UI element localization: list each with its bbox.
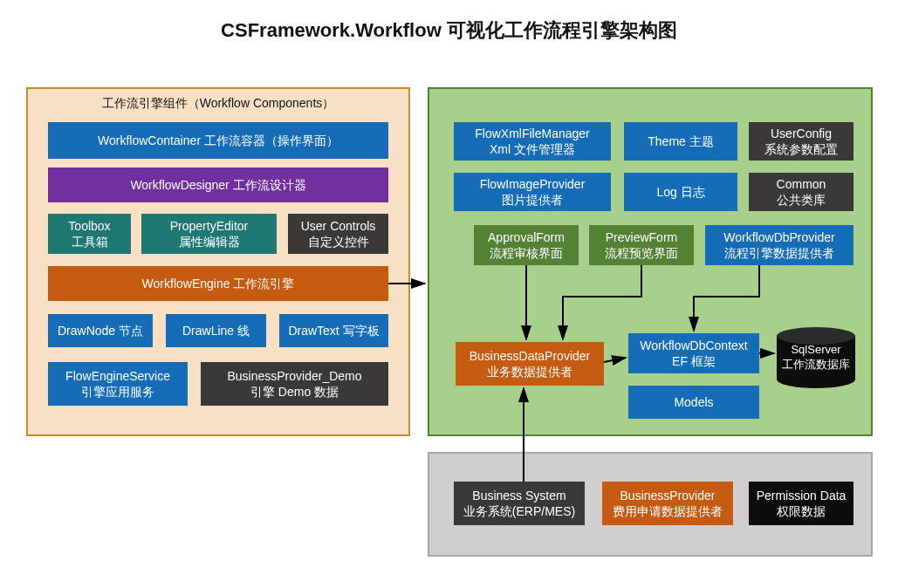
box-flow-image-provider: FlowImageProvider 图片提供者	[454, 173, 611, 211]
box-toolbox-l2: 工具箱	[72, 234, 108, 250]
cylinder-sqlserver: SqlServer 工作流数据库	[777, 327, 855, 388]
box-approval-l1: ApprovalForm	[488, 229, 565, 245]
box-wfdbprov-l2: 流程引擎数据提供者	[724, 245, 834, 261]
box-theme: Theme 主题	[624, 122, 737, 161]
box-preview-l1: PreviewForm	[606, 229, 677, 245]
box-user-config-l1: UserConfig	[771, 126, 832, 141]
box-user-config: UserConfig 系统参数配置	[749, 122, 853, 161]
box-draw-text: DrawText 写字板	[279, 314, 388, 347]
box-common: Common 公共类库	[749, 173, 853, 211]
box-workflow-designer: WorkflowDesigner 工作流设计器	[48, 168, 388, 202]
box-bizdataprov-l2: 业务数据提供者	[487, 364, 572, 379]
box-user-controls: User Controls 自定义控件	[288, 214, 388, 254]
box-flow-image-l2: 图片提供者	[502, 192, 563, 208]
box-approval-l2: 流程审核界面	[490, 245, 563, 261]
box-preview-l2: 流程预览界面	[605, 245, 678, 261]
box-flow-engine-service: FlowEngineService 引擎应用服务	[48, 362, 188, 406]
box-permission-data: Permission Data 权限数据	[749, 482, 853, 525]
box-toolbox: Toolbox 工具箱	[48, 214, 131, 254]
box-property-editor: PropertyEditor 属性编辑器	[141, 214, 277, 254]
box-log: Log 日志	[624, 173, 737, 211]
box-user-controls-l2: 自定义控件	[308, 234, 369, 250]
box-wfdbprov-l1: WorkflowDbProvider	[723, 229, 834, 245]
box-bizprov-l1: BusinessProvider	[620, 488, 716, 503]
box-permdata-l1: Permission Data	[757, 488, 847, 503]
box-workflow-container: WorkflowContainer 工作流容器（操作界面）	[48, 122, 388, 159]
box-business-provider-demo: BusinessProvider_Demo 引擎 Demo 数据	[201, 362, 388, 406]
box-flow-xml-l1: FlowXmlFileManager	[475, 126, 589, 141]
box-workflow-engine: WorkflowEngine 工作流引擎	[48, 266, 388, 301]
box-common-l2: 公共类库	[777, 192, 826, 208]
box-approval-form: ApprovalForm 流程审核界面	[474, 225, 579, 265]
box-workflow-db-context: WorkflowDbContext EF 框架	[628, 333, 759, 373]
box-property-editor-l1: PropertyEditor	[170, 218, 248, 234]
box-user-controls-l1: User Controls	[301, 218, 376, 234]
box-bizdataprov-l1: BusinessDataProvider	[470, 348, 591, 364]
box-flow-engine-service-l1: FlowEngineService	[65, 368, 170, 384]
box-bizsys-l2: 业务系统(ERP/MES)	[463, 503, 575, 519]
box-business-data-provider: BusinessDataProvider 业务数据提供者	[456, 342, 604, 386]
box-flow-xml-file-manager: FlowXmlFileManager Xml 文件管理器	[454, 122, 611, 161]
cyl-sqlserver-l1: SqlServer	[791, 343, 840, 356]
box-flow-image-l1: FlowImageProvider	[480, 176, 586, 192]
cyl-sqlserver-l2: 工作流数据库	[782, 358, 850, 371]
panel-left-header: 工作流引擎组件（Workflow Components）	[28, 96, 408, 112]
box-workflow-db-provider: WorkflowDbProvider 流程引擎数据提供者	[705, 225, 853, 265]
box-wfdbctx-l2: EF 框架	[672, 353, 716, 369]
box-property-editor-l2: 属性编辑器	[179, 234, 240, 250]
box-draw-line: DrawLine 线	[166, 314, 266, 347]
diagram-title: CSFramework.Workflow 可视化工作流程引擎架构图	[0, 17, 898, 44]
diagram-canvas: CSFramework.Workflow 可视化工作流程引擎架构图 工作流引擎组…	[0, 0, 898, 588]
box-business-provider-demo-l1: BusinessProvider_Demo	[227, 368, 361, 384]
box-models: Models	[628, 386, 759, 419]
box-bizprov-l2: 费用申请数据提供者	[613, 503, 723, 519]
box-wfdbctx-l1: WorkflowDbContext	[640, 338, 747, 353]
box-draw-node: DrawNode 节点	[48, 314, 153, 347]
box-flow-engine-service-l2: 引擎应用服务	[81, 384, 154, 400]
box-bizsys-l1: Business System	[472, 488, 566, 503]
box-business-provider: BusinessProvider 费用申请数据提供者	[602, 482, 733, 525]
box-business-provider-demo-l2: 引擎 Demo 数据	[250, 384, 339, 400]
box-business-system: Business System 业务系统(ERP/MES)	[454, 482, 585, 525]
box-common-l1: Common	[777, 176, 826, 192]
box-user-config-l2: 系统参数配置	[764, 141, 838, 157]
box-toolbox-l1: Toolbox	[68, 218, 110, 234]
box-permdata-l2: 权限数据	[777, 503, 826, 519]
box-preview-form: PreviewForm 流程预览界面	[589, 225, 694, 265]
box-flow-xml-l2: Xml 文件管理器	[490, 141, 575, 157]
